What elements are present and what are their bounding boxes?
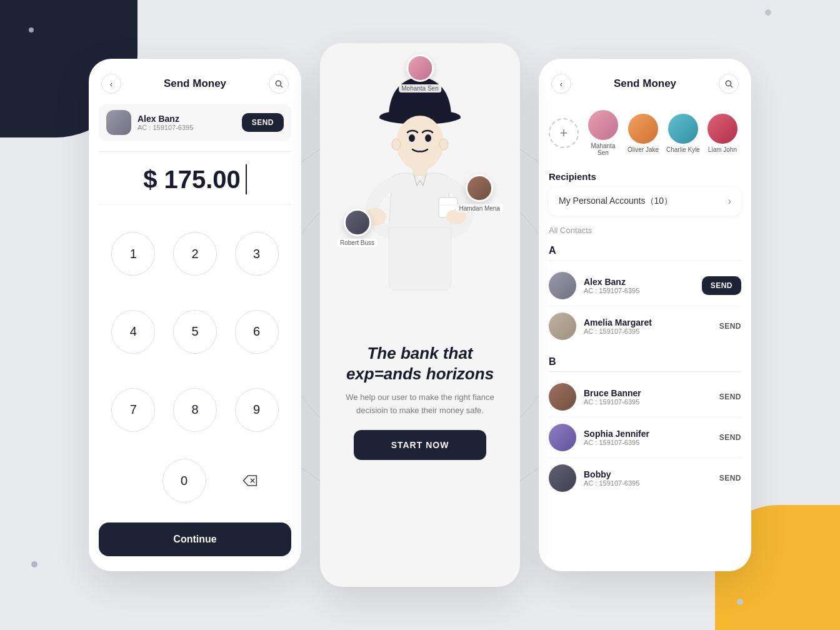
svg-point-0 xyxy=(276,81,281,86)
svg-point-6 xyxy=(409,134,415,142)
qc-avatar-1 xyxy=(588,110,618,140)
key-6[interactable]: 6 xyxy=(235,310,279,354)
bg-dot-tl xyxy=(29,28,34,32)
amelia-ac: AC : 159107-6395 xyxy=(584,328,712,335)
key-4[interactable]: 4 xyxy=(111,310,155,354)
welcome-illustration: Mohanta Sen Robert Buss Hamdan Mena xyxy=(320,43,520,331)
card3-header: ‹ Send Money xyxy=(539,59,751,104)
svg-point-9 xyxy=(439,139,448,150)
sophia-send-button[interactable]: SEND xyxy=(719,433,741,442)
card-welcome: Mohanta Sen Robert Buss Hamdan Mena The … xyxy=(320,43,520,587)
key-backspace[interactable] xyxy=(228,459,272,502)
alpha-header-b: B xyxy=(549,351,741,371)
back-button-3[interactable]: ‹ xyxy=(551,74,571,94)
alex-info: Alex Banz AC : 159107-6395 xyxy=(584,277,694,294)
bobby-name: Bobby xyxy=(584,469,712,479)
bobby-info: Bobby AC : 159107-6395 xyxy=(584,469,712,487)
card1-title: Send Money xyxy=(164,78,226,90)
qc-avatar-4 xyxy=(708,114,738,144)
all-contacts-label: All Contacts xyxy=(539,223,751,240)
personal-accounts-text: My Personal Accounts（10） xyxy=(559,196,672,207)
key-0[interactable]: 0 xyxy=(162,459,206,502)
cards-container: ‹ Send Money Alex Banz AC : 159107-6395 … xyxy=(38,38,802,592)
svg-line-1 xyxy=(281,86,282,88)
recipient-avatar xyxy=(106,110,131,135)
key-3[interactable]: 3 xyxy=(235,232,279,276)
amelia-send-button[interactable]: SEND xyxy=(719,322,741,331)
hamdan-img xyxy=(466,174,493,202)
contact-row-alex: Alex Banz AC : 159107-6395 SEND xyxy=(549,266,741,306)
welcome-title: The bank that exp=ands horizons xyxy=(338,343,502,384)
contacts-list: A Alex Banz AC : 159107-6395 SEND Amelia… xyxy=(539,240,751,571)
qc-name-4: Liam John xyxy=(708,146,737,153)
welcome-content: The bank that exp=ands horizons We help … xyxy=(320,331,520,587)
svg-point-7 xyxy=(425,134,431,142)
bruce-send-button[interactable]: SEND xyxy=(719,392,741,401)
bobby-send-button[interactable]: SEND xyxy=(719,474,741,482)
keypad-zero-row: 0 xyxy=(89,459,301,518)
continue-button[interactable]: Continue xyxy=(99,522,291,556)
svg-point-5 xyxy=(396,116,444,171)
contact-row-sophia: Sophia Jennifer AC : 159107-6395 SEND xyxy=(549,418,741,458)
amelia-info: Amelia Margaret AC : 159107-6395 xyxy=(584,318,712,335)
bruce-info: Bruce Banner AC : 159107-6395 xyxy=(584,388,712,406)
quick-contact-1[interactable]: Mahanta Sen xyxy=(586,110,620,156)
key-5[interactable]: 5 xyxy=(173,310,217,354)
robert-img xyxy=(344,209,371,236)
robert-name: Robert Buss xyxy=(338,239,377,247)
bobby-ac: AC : 159107-6395 xyxy=(584,479,712,487)
amelia-avatar xyxy=(549,312,576,340)
search-button-1[interactable] xyxy=(269,74,289,94)
alpha-header-a: A xyxy=(549,240,741,260)
card3-title: Send Money xyxy=(614,78,676,90)
alex-send-button[interactable]: SEND xyxy=(702,276,741,295)
back-button-1[interactable]: ‹ xyxy=(101,74,121,94)
search-button-3[interactable] xyxy=(719,74,739,94)
avatar-mohanta: Mohanta Sen xyxy=(399,54,441,92)
qc-avatar-2 xyxy=(628,114,658,144)
chevron-right-icon: › xyxy=(728,196,731,207)
key-8[interactable]: 8 xyxy=(173,388,217,432)
alex-avatar xyxy=(549,272,576,299)
welcome-subtitle: We help our user to make the right fianc… xyxy=(345,391,495,418)
amount-display: $ 175.00 xyxy=(89,152,301,204)
alpha-divider-b xyxy=(549,371,741,372)
qc-name-1: Mahanta Sen xyxy=(586,142,620,156)
bruce-name: Bruce Banner xyxy=(584,388,712,398)
recipient-info: Alex Banz AC : 159107-6395 xyxy=(138,114,236,131)
add-contact-button[interactable]: + xyxy=(549,118,579,148)
alex-ac: AC : 159107-6395 xyxy=(584,287,694,294)
key-1[interactable]: 1 xyxy=(111,232,155,276)
recipient-name: Alex Banz xyxy=(138,114,236,124)
sophia-ac: AC : 159107-6395 xyxy=(584,439,712,446)
send-button-small[interactable]: SEND xyxy=(242,113,284,132)
key-7[interactable]: 7 xyxy=(111,388,155,432)
alpha-divider-a xyxy=(549,260,741,261)
quick-contact-2[interactable]: Oliver Jake xyxy=(628,114,659,153)
svg-line-16 xyxy=(731,86,732,88)
contact-row-bruce: Bruce Banner AC : 159107-6395 SEND xyxy=(549,377,741,417)
qc-name-2: Oliver Jake xyxy=(628,146,659,153)
sophia-info: Sophia Jennifer AC : 159107-6395 xyxy=(584,429,712,446)
bruce-ac: AC : 159107-6395 xyxy=(584,398,712,406)
qc-avatar-3 xyxy=(668,114,698,144)
start-now-button[interactable]: START NOW xyxy=(354,430,487,460)
sophia-avatar xyxy=(549,424,576,451)
personal-accounts-row[interactable]: My Personal Accounts（10） › xyxy=(549,187,741,216)
svg-point-15 xyxy=(726,81,731,86)
key-9[interactable]: 9 xyxy=(235,388,279,432)
qc-name-3: Charlie Kyle xyxy=(666,146,700,153)
bg-dot-bl xyxy=(31,561,38,568)
key-2[interactable]: 2 xyxy=(173,232,217,276)
hamdan-name: Hamdan Mena xyxy=(456,204,502,212)
contact-row-amelia: Amelia Margaret AC : 159107-6395 SEND xyxy=(549,306,741,346)
bobby-avatar xyxy=(549,464,576,492)
quick-contact-3[interactable]: Charlie Kyle xyxy=(666,114,700,153)
avatar-robert: Robert Buss xyxy=(338,209,377,247)
amount-value: $ 175.00 xyxy=(143,166,241,194)
quick-contacts-row: + Mahanta Sen Oliver Jake Charlie Kyle L… xyxy=(539,104,751,166)
card1-header: ‹ Send Money xyxy=(89,59,301,104)
quick-contact-4[interactable]: Liam John xyxy=(708,114,738,153)
bg-dot-tr xyxy=(765,9,771,16)
amount-cursor xyxy=(246,164,247,194)
